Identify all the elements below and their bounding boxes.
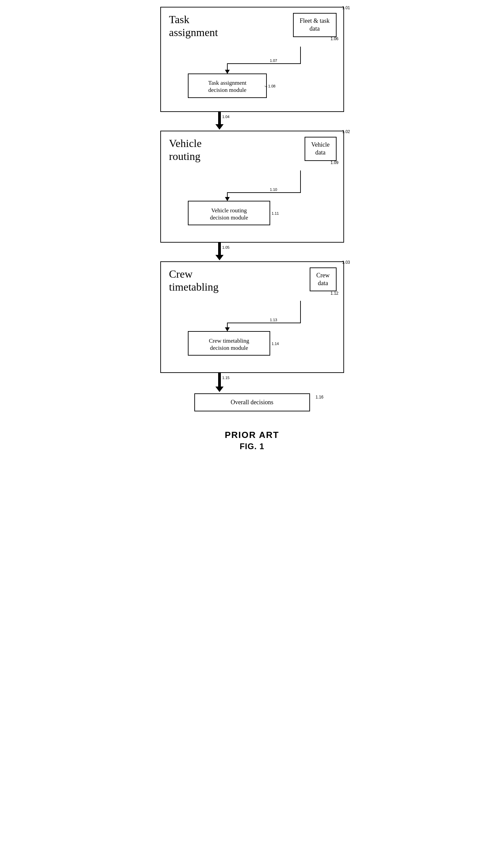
footer-prior-art: PRIOR ART xyxy=(225,430,279,440)
svg-text:1.10: 1.10 xyxy=(270,187,277,192)
vehicle-data-box: Vehicle data 1.09 xyxy=(305,137,337,161)
svg-marker-7 xyxy=(215,124,224,130)
svg-text:1.04: 1.04 xyxy=(222,115,229,119)
svg-text:1.08: 1.08 xyxy=(268,84,275,88)
svg-text:1.13: 1.13 xyxy=(270,318,277,322)
task-assignment-section: Task assignment Fleet & task data 1.06 1… xyxy=(160,7,344,112)
arrow-svg-1: 1.04 xyxy=(160,112,344,131)
fleet-task-data-label: Fleet & task data xyxy=(300,17,330,32)
overall-decisions-box: Overall decisions xyxy=(194,393,310,411)
arrow-final: 1.15 xyxy=(160,373,344,393)
svg-text:Task assignment: Task assignment xyxy=(208,80,246,86)
ref-1-03: 1.03 xyxy=(342,260,350,265)
crew-timetabling-section: Crew timetabling Crew data 1.12 1.13 Cre… xyxy=(160,261,344,373)
svg-text:decision module: decision module xyxy=(208,87,246,93)
svg-marker-25 xyxy=(215,387,224,392)
svg-marker-0 xyxy=(225,70,230,74)
ref-1-12: 1.12 xyxy=(330,291,338,296)
fleet-task-data-box: Fleet & task data 1.06 xyxy=(293,13,337,37)
arrow-svg-3: 1.15 xyxy=(160,373,344,393)
svg-text:Vehicle routing: Vehicle routing xyxy=(211,207,247,214)
svg-marker-18 xyxy=(225,327,230,331)
svg-text:1.15: 1.15 xyxy=(222,376,229,380)
footer-fig: FIG. 1 xyxy=(240,442,264,451)
ref-1-02: 1.02 xyxy=(342,129,350,134)
section3-svg: 1.13 Crew timetabling decision module 1.… xyxy=(161,297,345,365)
ref-1-01: 1.01 xyxy=(342,5,350,10)
svg-text:1.07: 1.07 xyxy=(270,59,277,63)
ref-1-06: 1.06 xyxy=(330,36,338,42)
svg-text:1.11: 1.11 xyxy=(272,211,279,215)
svg-text:1.14: 1.14 xyxy=(272,342,279,346)
svg-marker-16 xyxy=(215,255,224,260)
overall-decisions-label: Overall decisions xyxy=(231,399,273,406)
ref-1-09: 1.09 xyxy=(330,160,338,166)
vehicle-routing-section: Vehicle routing Vehicle data 1.09 1.10 V… xyxy=(160,131,344,243)
vehicle-data-label: Vehicle data xyxy=(311,141,330,156)
svg-text:Crew timetabling: Crew timetabling xyxy=(209,338,249,344)
crew-data-box: Crew data 1.12 xyxy=(310,267,337,292)
arrow-2-3: 1.05 xyxy=(160,243,344,261)
arrow-1-2: 1.04 xyxy=(160,112,344,131)
svg-text:decision module: decision module xyxy=(210,345,248,351)
ref-1-16: 1.16 xyxy=(315,395,323,399)
diagram: Task assignment Fleet & task data 1.06 1… xyxy=(150,7,354,451)
svg-text:1.05: 1.05 xyxy=(222,245,229,249)
svg-text:decision module: decision module xyxy=(210,214,248,221)
section1-svg: 1.07 Task assignment decision module 1.0… xyxy=(161,43,345,104)
crew-data-label: Crew data xyxy=(316,272,330,287)
arrow-svg-2: 1.05 xyxy=(160,243,344,261)
svg-marker-9 xyxy=(225,197,230,201)
section2-svg: 1.10 Vehicle routing decision module 1.1… xyxy=(161,167,345,235)
